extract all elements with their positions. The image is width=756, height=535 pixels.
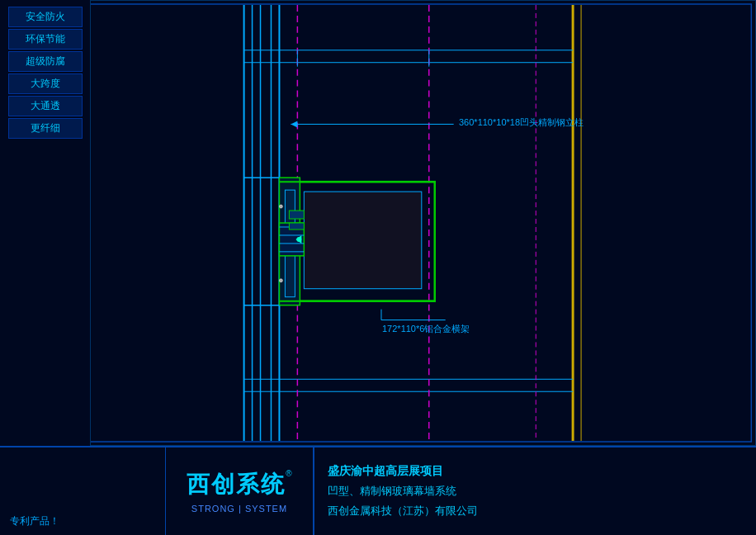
svg-rect-25 xyxy=(289,211,304,219)
project-title: 盛庆渝中超高层展项目 xyxy=(328,464,743,479)
svg-point-34 xyxy=(279,279,282,282)
patent-text: 专利产品！ xyxy=(10,514,59,528)
sidebar-item-transparent[interactable]: 大通透 xyxy=(8,96,83,116)
label-steel-column: 360*110*10*18凹头精制钢立柱 xyxy=(459,116,584,129)
sidebar-item-span[interactable]: 大跨度 xyxy=(8,73,83,94)
logo-reg-symbol: ® xyxy=(286,469,291,478)
company-logo: 西创系统 ® STRONG | SYSTEM xyxy=(165,447,314,535)
svg-point-28 xyxy=(296,237,301,242)
drawing-area: 360*110*10*18凹头精制钢立柱 172*110*6铝合金横架 xyxy=(0,0,756,446)
sidebar-item-anticorrosion[interactable]: 超级防腐 xyxy=(8,51,83,72)
project-info: 盛庆渝中超高层展项目 凹型、精制钢玻璃幕墙系统 西创金属科技（江苏）有限公司 xyxy=(314,447,756,535)
sidebar-item-slim[interactable]: 更纤细 xyxy=(8,118,83,139)
svg-rect-17 xyxy=(304,192,421,289)
company-name: 西创金属科技（江苏）有限公司 xyxy=(328,504,743,518)
logo-main-text: 西创系统 xyxy=(187,469,286,500)
logo-sub-text: STRONG | SYSTEM xyxy=(191,504,287,514)
svg-rect-26 xyxy=(289,223,304,230)
sidebar-item-eco[interactable]: 环保节能 xyxy=(8,29,83,50)
project-type: 凹型、精制钢玻璃幕墙系统 xyxy=(328,484,743,499)
sidebar: 安全防火 环保节能 超级防腐 大跨度 大通透 更纤细 xyxy=(0,0,91,446)
svg-point-33 xyxy=(279,205,282,208)
bottom-bar: 专利产品！ 西创系统 ® STRONG | SYSTEM 盛庆渝中超高层展项目 … xyxy=(0,446,756,535)
sidebar-item-fire[interactable]: 安全防火 xyxy=(8,7,83,27)
label-aluminum-frame: 172*110*6铝合金横架 xyxy=(382,323,470,335)
bottom-left: 专利产品！ xyxy=(0,447,165,535)
